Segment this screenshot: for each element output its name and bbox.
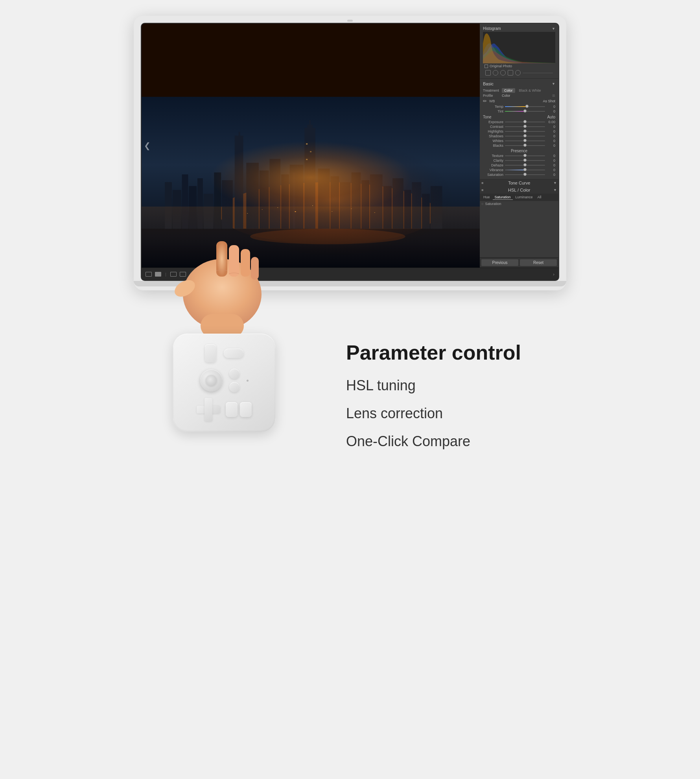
hsl-hue-tab[interactable]: Hue	[481, 195, 492, 200]
texture-thumb[interactable]	[523, 154, 527, 157]
feature-item-3: One-Click Compare	[346, 432, 543, 451]
saturation-value: 0	[547, 173, 555, 177]
highlights-slider[interactable]	[505, 131, 545, 132]
clarity-row: Clarity 0	[483, 159, 555, 162]
blacks-thumb[interactable]	[523, 144, 527, 147]
contrast-thumb[interactable]	[523, 125, 527, 128]
hsl-color-title: HSL / Color	[508, 188, 530, 192]
contrast-slider[interactable]	[505, 126, 545, 127]
clarity-slider[interactable]	[505, 160, 545, 161]
wb-row: ✏ WB As Shot	[483, 98, 555, 104]
shadows-row: Shadows 0	[483, 134, 555, 138]
tools-separator	[523, 73, 553, 73]
shadows-thumb[interactable]	[523, 134, 527, 137]
temp-slider[interactable]	[505, 106, 545, 107]
vibrance-slider[interactable]	[505, 170, 545, 170]
saturation-thumb[interactable]	[523, 173, 527, 176]
basic-panel-section: Basic ▼ Treatment Color Black & White Pr…	[480, 79, 558, 179]
tint-value: 0	[547, 109, 555, 113]
controller-circles	[229, 369, 239, 392]
tint-thumb[interactable]	[523, 109, 527, 113]
svg-rect-53	[251, 257, 259, 280]
highlights-thumb[interactable]	[523, 129, 527, 133]
contrast-value: 0	[547, 125, 555, 129]
shadows-value: 0	[547, 134, 555, 138]
feature-text-area: Parameter control HSL tuning Lens correc…	[346, 326, 543, 460]
previous-button[interactable]: Previous	[481, 259, 518, 266]
adjustment-tool-icon[interactable]	[515, 70, 521, 76]
tint-slider[interactable]	[505, 111, 545, 112]
saturation-slider[interactable]	[505, 174, 545, 175]
clarity-thumb[interactable]	[523, 159, 527, 162]
highlights-row: Highlights 0	[483, 129, 555, 133]
red-eye-tool-icon[interactable]	[500, 70, 506, 76]
temp-thumb[interactable]	[525, 105, 529, 108]
treatment-label: Treatment	[483, 89, 500, 92]
profile-value: Color	[502, 94, 510, 98]
controller-pill-button[interactable]	[224, 349, 243, 358]
exposure-value: 0.00	[547, 120, 555, 124]
hsl-saturation-tab[interactable]: Saturation	[493, 195, 513, 200]
dehaze-label: Dehaze	[483, 163, 503, 167]
exposure-slider[interactable]	[505, 122, 545, 122]
controller-circle-btn-1[interactable]	[229, 369, 239, 379]
hsl-saturation-row: ○ Saturation	[480, 201, 558, 207]
exposure-label: Exposure	[483, 120, 503, 124]
dehaze-slider[interactable]	[505, 165, 545, 166]
histogram-arrow-icon[interactable]: ▼	[552, 27, 555, 31]
reset-button[interactable]: Reset	[520, 259, 557, 266]
eyedropper-icon[interactable]: ✏	[483, 98, 488, 104]
controller-side-btn-1[interactable]	[226, 402, 238, 417]
basic-arrow-icon[interactable]: ▼	[552, 82, 555, 86]
vibrance-row: Vibrance 0	[483, 168, 555, 172]
controller-side-btn-2[interactable]	[240, 402, 252, 417]
heal-tool-icon[interactable]	[493, 70, 498, 76]
hsl-target-icon[interactable]: ○	[481, 202, 483, 206]
controller-circle-btn-2[interactable]	[229, 382, 239, 392]
controller-dial[interactable]	[200, 369, 222, 391]
tone-curve-arrow-icon[interactable]: ▼	[553, 181, 557, 185]
presence-subheader: Presence	[483, 149, 555, 153]
clarity-value: 0	[547, 159, 555, 162]
hand-svg	[149, 184, 299, 334]
hsl-color-section[interactable]: ■ HSL / Color ▼	[480, 186, 558, 194]
controller-dpad[interactable]	[197, 398, 220, 421]
tone-curve-section[interactable]: ■ Tone Curve ▼	[480, 179, 558, 186]
exposure-thumb[interactable]	[523, 120, 527, 123]
svg-rect-52	[241, 249, 250, 277]
temp-row: Temp 0	[483, 105, 555, 109]
blacks-row: Blacks 0	[483, 144, 555, 148]
shadows-slider[interactable]	[505, 136, 545, 137]
prev-arrow-icon[interactable]: ❮	[144, 141, 151, 150]
texture-slider[interactable]	[505, 155, 545, 156]
whites-thumb[interactable]	[523, 139, 527, 142]
hsl-arrow-icon[interactable]: ▼	[553, 188, 557, 192]
vibrance-value: 0	[547, 168, 555, 172]
profile-label: Profile	[483, 94, 500, 98]
crop-tool-icon[interactable]	[485, 70, 491, 76]
profile-grid-icon[interactable]: ⊞	[552, 94, 555, 98]
color-treatment-btn[interactable]: Color	[502, 88, 515, 93]
filter-tool-icon[interactable]	[508, 70, 513, 76]
original-photo-checkbox[interactable]	[484, 65, 488, 68]
dehaze-row: Dehaze 0	[483, 163, 555, 167]
tone-auto[interactable]: Auto	[547, 115, 555, 119]
controller-bottom-row	[197, 398, 252, 421]
vibrance-thumb[interactable]	[523, 168, 527, 171]
wb-label: WB	[489, 99, 495, 103]
controller-rect-button[interactable]	[205, 344, 216, 362]
bw-treatment-btn[interactable]: Black & White	[517, 88, 543, 93]
shadows-label: Shadows	[483, 134, 503, 138]
hsl-all-tab[interactable]: All	[536, 195, 543, 200]
feature-title: Parameter control	[346, 342, 543, 364]
texture-row: Texture 0	[483, 154, 555, 158]
blacks-slider[interactable]	[505, 145, 545, 146]
tone-curve-title: Tone Curve	[508, 181, 530, 185]
tone-label: Tone	[483, 115, 492, 119]
hsl-luminance-tab[interactable]: Luminance	[514, 195, 535, 200]
whites-slider[interactable]	[505, 140, 545, 141]
blacks-value: 0	[547, 144, 555, 148]
dehaze-thumb[interactable]	[523, 163, 527, 166]
laptop-notch	[347, 20, 353, 22]
texture-value: 0	[547, 154, 555, 158]
